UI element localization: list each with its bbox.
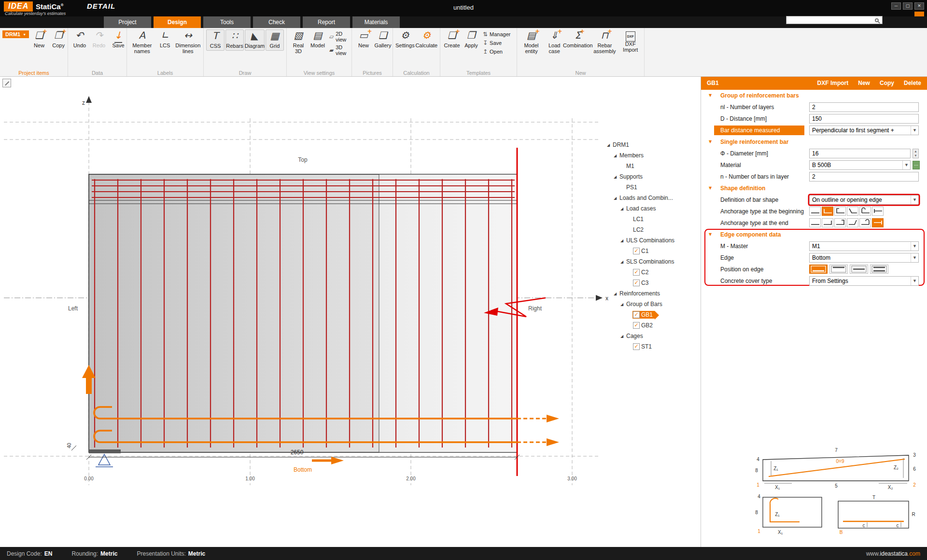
material-detail-button[interactable]: ⋯: [913, 161, 920, 169]
anchorage-hook-end-button[interactable]: [822, 218, 833, 227]
expander-icon[interactable]: ◢: [620, 207, 626, 211]
tree-item-gb2[interactable]: ✓GB2: [606, 320, 701, 331]
real-3d-button[interactable]: ▧ Real 3D: [289, 29, 308, 55]
anchorage-loop-end-button[interactable]: [859, 218, 871, 227]
load-case-button[interactable]: ⇓ Load case: [544, 29, 564, 55]
copy-project-item-button[interactable]: ❐ Copy: [49, 29, 68, 50]
tab-project[interactable]: Project: [104, 16, 151, 28]
section-collapse-icon[interactable]: ▼: [709, 232, 712, 237]
tree-item-group-of-bars[interactable]: ◢ Group of Bars: [606, 299, 701, 309]
anchorage-u-end-button[interactable]: [834, 218, 846, 227]
fit-view-button[interactable]: [2, 79, 11, 87]
checkbox[interactable]: ✓: [633, 280, 640, 286]
template-save-button[interactable]: ↧ Save: [481, 39, 512, 47]
position-center-button[interactable]: [850, 265, 868, 274]
dxf-import-button[interactable]: DXF Import: [817, 80, 849, 86]
template-open-button[interactable]: ↥ Open: [481, 48, 512, 56]
section-collapse-icon[interactable]: ▼: [709, 93, 712, 98]
search-input[interactable]: [787, 17, 875, 23]
diagram-toggle[interactable]: ◣ Diagram: [245, 29, 265, 51]
new-project-item-button[interactable]: ❏ New: [30, 29, 48, 50]
tree-item-cages[interactable]: ◢ Cages: [606, 331, 701, 341]
tree-item-uls-combinations[interactable]: ◢ ULS Combinations: [606, 235, 701, 246]
support-plate[interactable]: [89, 449, 121, 453]
checkbox[interactable]: ✓: [633, 269, 640, 276]
checkbox[interactable]: ✓: [633, 248, 640, 254]
website-link[interactable]: www.ideastatica.com: [866, 550, 920, 557]
master-dropdown[interactable]: M1▼: [809, 241, 919, 251]
tree-item-reinforcements[interactable]: ◢ Reinforcements: [606, 288, 701, 299]
position-both-button[interactable]: [870, 265, 888, 274]
model-entity-button[interactable]: ▤ Model entity: [520, 29, 543, 55]
anchorage-u-begin-button[interactable]: [834, 207, 846, 216]
rebars-toggle[interactable]: ∷ Rebars: [225, 29, 244, 51]
position-inside-button[interactable]: [809, 265, 828, 274]
tree-item-sls-combinations[interactable]: ◢ SLS Combinations: [606, 256, 701, 267]
expander-icon[interactable]: ◢: [614, 292, 619, 296]
bar-distance-measured-dropdown[interactable]: Perpendicular to first segment +▼: [809, 126, 919, 135]
material-dropdown[interactable]: B 500B▼: [809, 160, 911, 170]
expander-icon[interactable]: ◢: [614, 196, 619, 200]
new-picture-button[interactable]: ▭ New: [354, 29, 373, 50]
template-manager-button[interactable]: ⇅ Manager: [481, 30, 512, 38]
view-3d-button[interactable]: ▰ 3D view: [328, 44, 349, 56]
minimize-button[interactable]: ─: [891, 2, 901, 10]
expander-icon[interactable]: ◢: [620, 260, 626, 264]
save-button[interactable]: ↓ Save: [109, 29, 127, 50]
section-collapse-icon[interactable]: ▼: [709, 186, 712, 190]
bars-in-layer-input[interactable]: [809, 172, 919, 182]
tree-item-lc2[interactable]: LC2: [606, 224, 701, 235]
panel-copy-button[interactable]: Copy: [880, 80, 894, 86]
expander-icon[interactable]: ◢: [607, 143, 612, 147]
anchorage-straight-begin-button[interactable]: [809, 207, 821, 216]
tree-item-ps1[interactable]: PS1: [606, 182, 701, 193]
expander-icon[interactable]: ◢: [614, 154, 619, 158]
redo-button[interactable]: ↷ Redo: [90, 29, 108, 50]
member-names-toggle[interactable]: A Member names: [129, 29, 155, 55]
tree-item-members[interactable]: ◢ Members: [606, 150, 701, 161]
checkbox[interactable]: ✓: [633, 311, 640, 318]
expander-icon[interactable]: ◢: [620, 302, 626, 307]
apply-template-button[interactable]: ❐ Apply: [462, 29, 480, 50]
anchorage-plate-end-button[interactable]: [872, 218, 884, 227]
anchorage-loop-begin-button[interactable]: [859, 207, 871, 216]
lcs-toggle[interactable]: ∟ LCS: [156, 29, 174, 50]
tab-tools[interactable]: Tools: [203, 16, 251, 28]
dimension-lines-toggle[interactable]: ↔ Dimension lines: [175, 29, 201, 55]
anchorage-straight-end-button[interactable]: [809, 218, 821, 227]
drawing-canvas[interactable]: z x: [0, 77, 701, 547]
position-top-button[interactable]: [829, 265, 848, 274]
bar-shape-definition-dropdown[interactable]: On outline or opening edge▼: [809, 195, 919, 205]
anchorage-plate-begin-button[interactable]: [872, 207, 884, 216]
number-of-layers-input[interactable]: [809, 102, 919, 112]
tree-item-drm1[interactable]: ◢ DRM1: [606, 140, 701, 150]
calculate-button[interactable]: ⚙ Calculate: [416, 29, 437, 50]
tab-design[interactable]: Design: [154, 16, 201, 28]
diameter-stepper[interactable]: ▲▼: [913, 149, 919, 158]
edge-dropdown[interactable]: Bottom▼: [809, 253, 919, 263]
gallery-button[interactable]: ❑ Gallery: [374, 29, 392, 50]
tree-item-gb1[interactable]: ✓GB1: [606, 309, 701, 320]
section-collapse-icon[interactable]: ▼: [709, 140, 712, 144]
expander-icon[interactable]: ◢: [614, 175, 619, 179]
panel-delete-button[interactable]: Delete: [904, 80, 921, 86]
undo-button[interactable]: ↶ Undo: [70, 29, 89, 50]
css-toggle[interactable]: T CSS: [206, 29, 225, 51]
grid-toggle[interactable]: ▦ Grid: [266, 29, 284, 51]
dxf-import-ribbon-button[interactable]: DXF DXF Import: [619, 29, 642, 54]
anchorage-bend-end-button[interactable]: [847, 218, 858, 227]
maximize-button[interactable]: ▢: [903, 2, 913, 10]
tab-report[interactable]: Report: [303, 16, 350, 28]
tree-item-supports[interactable]: ◢ Supports: [606, 171, 701, 182]
tree-item-load-cases[interactable]: ◢ Load cases: [606, 203, 701, 214]
expander-icon[interactable]: ◢: [620, 334, 626, 338]
search-icon[interactable]: [875, 18, 879, 22]
view-2d-button[interactable]: ▱ 2D view: [328, 30, 349, 43]
close-button[interactable]: ✕: [914, 2, 924, 10]
tab-materials[interactable]: Materials: [352, 16, 400, 28]
checkbox[interactable]: ✓: [633, 343, 640, 350]
anchorage-bend-begin-button[interactable]: [847, 207, 858, 216]
diameter-input[interactable]: [809, 149, 911, 158]
tree-item-st1[interactable]: ✓ST1: [606, 341, 701, 352]
tree-item-lc1[interactable]: LC1: [606, 214, 701, 224]
